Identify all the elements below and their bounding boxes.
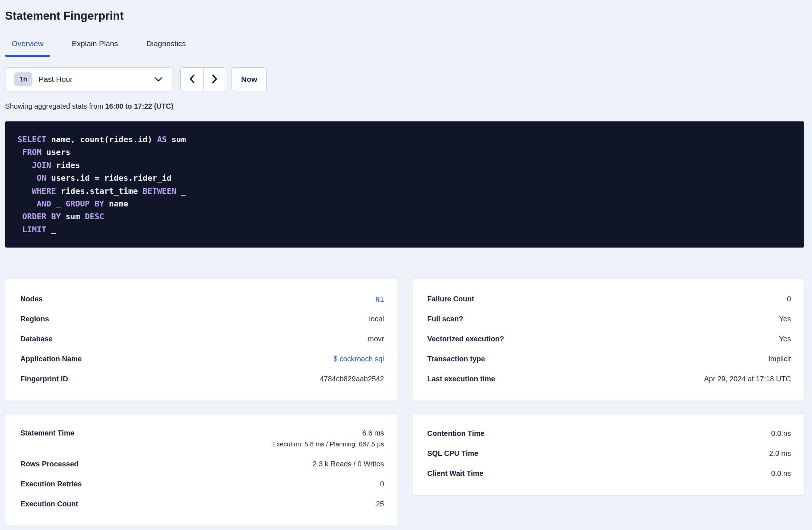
stat-value: movr [368, 335, 384, 343]
stat-row-failure-count: Failure Count0 [427, 289, 791, 309]
sql-line: ORDER BY sum DESC [17, 210, 792, 223]
tab-explain-plans[interactable]: Explain Plans [65, 39, 125, 56]
stat-row-execution-retries: Execution Retries0 [20, 474, 384, 494]
stat-label: Application Name [20, 355, 82, 363]
time-selector-row: 1h Past Hour Now [5, 67, 805, 91]
aggregated-stats-note: Showing aggregated stats from 16:00 to 1… [5, 102, 805, 111]
aggregated-stats-prefix: Showing aggregated stats from [5, 102, 103, 110]
details-cards-row: NodesN1RegionslocalDatabasemovrApplicati… [5, 279, 805, 401]
sql-line: LIMIT _ [17, 223, 792, 236]
next-time-button[interactable] [203, 68, 226, 91]
sql-line: WHERE rides.start_time BETWEEN _ [17, 185, 792, 197]
stat-label: Vectorized execution? [427, 335, 504, 343]
stat-value: 0 [787, 295, 791, 303]
stat-label: Statement Time [20, 429, 75, 437]
stat-row-full-scan: Full scan?Yes [427, 309, 791, 329]
tab-bar: OverviewExplain PlansDiagnostics [5, 39, 805, 56]
stat-label: Nodes [20, 295, 43, 303]
stat-value: local [369, 315, 384, 323]
sql-statement-box: SELECT name, count(rides.id) AS sum FROM… [5, 121, 804, 248]
sql-line: FROM users [17, 146, 792, 158]
stat-value: 25 [376, 500, 384, 508]
stat-label: SQL CPU Time [427, 449, 478, 458]
sql-line: SELECT name, count(rides.id) AS sum [17, 133, 792, 146]
stat-value: 6.6 ms [362, 429, 384, 437]
details-card-right: Failure Count0Full scan?YesVectorized ex… [412, 279, 805, 401]
stat-row-regions: Regionslocal [20, 309, 384, 329]
stat-value: Implicit [768, 355, 791, 363]
stat-label: Rows Processed [20, 460, 79, 468]
stat-label: Transaction type [427, 355, 485, 363]
nodes-link[interactable]: N1 [375, 295, 384, 304]
contention-card: Contention Time0.0 nsSQL CPU Time2.0 msC… [412, 413, 805, 495]
details-card-left: NodesN1RegionslocalDatabasemovrApplicati… [5, 279, 398, 401]
stat-row-last-execution-time: Last execution timeApr 29, 2024 at 17:18… [427, 369, 791, 389]
statement-fingerprint-page: Statement Fingerprint OverviewExplain Pl… [0, 0, 812, 526]
stat-label: Execution Count [20, 500, 78, 508]
stat-label: Fingerprint ID [20, 375, 68, 383]
application-name-link[interactable]: $ cockroach sql [334, 355, 384, 363]
stat-value: 0.0 ns [771, 429, 791, 438]
stat-value: 2.3 k Reads / 0 Writes [313, 460, 384, 468]
timing-card: Statement Time6.6 msExecution: 5.8 ms / … [5, 413, 398, 526]
stat-row-application-name: Application Name$ cockroach sql [20, 349, 384, 369]
stat-row-nodes: NodesN1 [20, 289, 384, 309]
stat-row-vectorized-execution: Vectorized execution?Yes [427, 329, 791, 349]
stat-subvalue: Execution: 5.8 ms / Planning: 687.5 µs [272, 441, 384, 448]
stat-row-execution-count: Execution Count25 [20, 494, 384, 514]
stat-row-statement-time: Statement Time6.6 msExecution: 5.8 ms / … [20, 423, 384, 454]
stat-row-contention-time: Contention Time0.0 ns [427, 423, 791, 443]
time-range-dropdown[interactable]: 1h Past Hour [5, 67, 172, 91]
tab-overview[interactable]: Overview [5, 39, 50, 56]
chevron-down-icon [154, 77, 162, 82]
stat-row-transaction-type: Transaction typeImplicit [427, 349, 791, 369]
metrics-cards-row: Statement Time6.6 msExecution: 5.8 ms / … [5, 413, 805, 526]
stat-label: Client Wait Time [427, 469, 483, 478]
chevron-left-icon [189, 74, 195, 85]
chevron-right-icon [212, 74, 218, 85]
stat-value: Apr 29, 2024 at 17:18 UTC [704, 375, 791, 383]
aggregated-stats-range: 16:00 to 17:22 (UTC) [105, 102, 173, 110]
stat-row-client-wait-time: Client Wait Time0.0 ns [427, 463, 791, 483]
stat-row-fingerprint-id: Fingerprint ID4784cb829aab2542 [20, 369, 384, 389]
stat-label: Full scan? [427, 315, 463, 323]
stat-value: 0.0 ns [771, 469, 791, 478]
stat-value: 4784cb829aab2542 [320, 375, 384, 383]
sql-statement-code: SELECT name, count(rides.id) AS sum FROM… [17, 133, 792, 236]
stat-value: Yes [779, 315, 791, 323]
interval-badge: 1h [14, 72, 32, 86]
prev-time-button[interactable] [181, 68, 203, 91]
time-range-label: Past Hour [39, 75, 72, 84]
sql-line: ON users.id = rides.rider_id [17, 172, 792, 184]
stat-label: Contention Time [427, 429, 485, 438]
stat-value: Yes [779, 335, 791, 343]
stat-row-database: Databasemovr [20, 329, 384, 349]
sql-line: JOIN rides [17, 159, 792, 172]
tab-diagnostics[interactable]: Diagnostics [140, 39, 193, 56]
sql-line: AND _ GROUP BY name [17, 197, 792, 210]
stat-label: Regions [20, 315, 49, 323]
time-nav-group [180, 67, 226, 91]
stat-label: Database [20, 335, 53, 343]
stat-row-rows-processed: Rows Processed2.3 k Reads / 0 Writes [20, 454, 384, 474]
stat-row-sql-cpu-time: SQL CPU Time2.0 ms [427, 443, 791, 463]
now-button[interactable]: Now [232, 67, 267, 91]
page-title: Statement Fingerprint [5, 9, 805, 23]
stat-label: Execution Retries [20, 480, 82, 488]
stat-label: Failure Count [427, 295, 474, 303]
stat-value: 0 [380, 480, 384, 488]
stat-value: 2.0 ms [769, 449, 791, 458]
stat-label: Last execution time [427, 375, 495, 383]
